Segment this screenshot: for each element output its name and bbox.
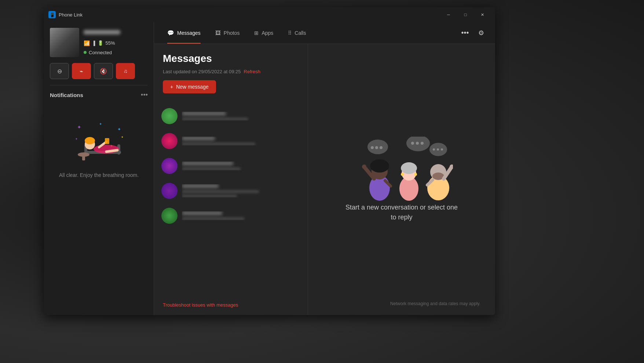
bluetooth-icon: ⌁ (80, 68, 83, 75)
mute-icon: 🔇 (100, 68, 107, 75)
new-message-label: New message (176, 84, 209, 90)
svg-point-24 (411, 142, 414, 145)
svg-rect-15 (105, 138, 109, 144)
signal-icon: ▐ (92, 41, 95, 46)
device-photo (50, 28, 79, 57)
notifications-header: Notifications ••• (50, 91, 148, 99)
conversation-item[interactable] (154, 104, 308, 129)
conv-preview (182, 190, 259, 193)
svg-text:✦: ✦ (77, 124, 81, 130)
svg-point-26 (421, 142, 424, 145)
refresh-link[interactable]: Refresh (244, 69, 261, 74)
apps-tab-label: Apps (261, 30, 273, 36)
connected-row: Connected (84, 50, 120, 55)
quick-actions: ⊖ ⌁ 🔇 ♫ (50, 63, 148, 79)
connected-indicator (84, 51, 87, 54)
device-avatar (50, 28, 79, 57)
conv-name (182, 162, 233, 165)
calls-tab-icon: ⠿ (288, 30, 292, 36)
svg-point-20 (371, 146, 374, 149)
close-button[interactable]: ✕ (474, 9, 491, 20)
conv-details (182, 137, 300, 145)
notification-empty-text: All clear. Enjoy the breathing room. (59, 171, 139, 179)
last-updated-text: Last updated on 29/05/2022 at 09:25 (163, 69, 241, 74)
titlebar: 📱 Phone Link ─ □ ✕ (44, 7, 495, 22)
svg-text:✦: ✦ (99, 122, 102, 126)
conv-preview (182, 167, 241, 170)
svg-point-40 (401, 173, 404, 176)
svg-rect-17 (82, 155, 85, 160)
minimize-button[interactable]: ─ (440, 9, 457, 20)
avatar (161, 133, 178, 149)
music-button[interactable]: ♫ (116, 63, 135, 79)
conversation-item[interactable] (154, 153, 308, 178)
messages-list-panel: Messages Last updated on 29/05/2022 at 0… (154, 44, 308, 315)
messages-tab-icon: 💬 (167, 30, 174, 36)
apps-tab-icon: ⊞ (254, 30, 259, 36)
main-window: 📱 Phone Link ─ □ ✕ 📶 ▐ 🔋 (44, 7, 495, 315)
conv-details (182, 211, 300, 220)
svg-point-33 (370, 159, 389, 173)
device-info: 📶 ▐ 🔋 55% Connected (84, 30, 120, 55)
wifi-icon: 📶 (84, 40, 90, 46)
notifications-title: Notifications (50, 92, 83, 98)
nav-tabs: 💬 Messages 🖼 Photos ⊞ Apps ⠿ Calls ••• (154, 22, 495, 44)
sidebar: 📶 ▐ 🔋 55% Connected ⊖ ⌁ (44, 22, 154, 315)
nav-more-button[interactable]: ••• (458, 26, 472, 40)
svg-point-13 (85, 137, 95, 144)
avatar (161, 183, 178, 199)
tab-apps[interactable]: ⊞ Apps (248, 22, 279, 44)
avatar (161, 108, 178, 124)
tab-messages[interactable]: 💬 Messages (161, 22, 206, 44)
svg-point-29 (437, 148, 439, 151)
battery-percentage: 55% (106, 40, 115, 46)
conv-preview (182, 118, 248, 121)
nav-settings-button[interactable]: ⚙ (475, 26, 488, 40)
connected-status: Connected (89, 50, 112, 55)
messages-header: Messages Last updated on 29/05/2022 at 0… (154, 44, 308, 104)
conv-name (182, 137, 215, 140)
svg-point-41 (414, 173, 417, 176)
new-message-button[interactable]: + New message (163, 80, 216, 93)
notification-illustration: ✦ ✦ ✦ ✦ ✦ ✦ (70, 118, 128, 166)
conv-name (182, 112, 226, 115)
maximize-button[interactable]: □ (457, 9, 474, 20)
svg-point-22 (380, 146, 383, 149)
sidebar-divider (50, 85, 148, 85)
messages-updated: Last updated on 29/05/2022 at 09:25 Refr… (163, 69, 299, 74)
mute-button[interactable]: 🔇 (94, 63, 113, 79)
notifications-more-button[interactable]: ••• (141, 91, 148, 99)
svg-point-21 (375, 146, 378, 149)
svg-point-25 (416, 142, 419, 145)
device-name (84, 30, 120, 34)
conv-preview (182, 217, 244, 220)
messages-tab-label: Messages (177, 30, 201, 36)
app-icon: 📱 (48, 11, 56, 18)
conv-details (182, 112, 300, 121)
app-title: Phone Link (59, 12, 440, 18)
messages-empty-state: Start a new conversation or select one t… (308, 44, 495, 315)
messages-layout: Messages Last updated on 29/05/2022 at 0… (154, 44, 495, 315)
avatar (161, 208, 178, 224)
conversation-item[interactable] (154, 203, 308, 228)
empty-state-title: Start a new conversation or select one t… (343, 203, 460, 222)
svg-text:✦: ✦ (121, 136, 124, 139)
device-status-row: 📶 ▐ 🔋 55% (84, 40, 120, 46)
bluetooth-button[interactable]: ⌁ (72, 63, 91, 79)
music-icon: ♫ (124, 68, 128, 74)
tab-calls[interactable]: ⠿ Calls (282, 22, 312, 44)
avatar (161, 158, 178, 174)
svg-point-39 (401, 162, 417, 174)
dnd-button[interactable]: ⊖ (50, 63, 69, 79)
conv-name (182, 184, 219, 188)
photos-tab-label: Photos (224, 30, 240, 36)
conversation-item[interactable] (154, 178, 308, 203)
conversation-item[interactable] (154, 129, 308, 153)
svg-point-30 (441, 148, 443, 151)
tab-photos[interactable]: 🖼 Photos (209, 22, 246, 44)
device-section: 📶 ▐ 🔋 55% Connected (50, 28, 148, 57)
conv-details (182, 184, 300, 197)
conv-details (182, 162, 300, 170)
troubleshoot-link[interactable]: Troubleshoot issues with messages (154, 295, 308, 315)
svg-point-35 (362, 164, 366, 169)
